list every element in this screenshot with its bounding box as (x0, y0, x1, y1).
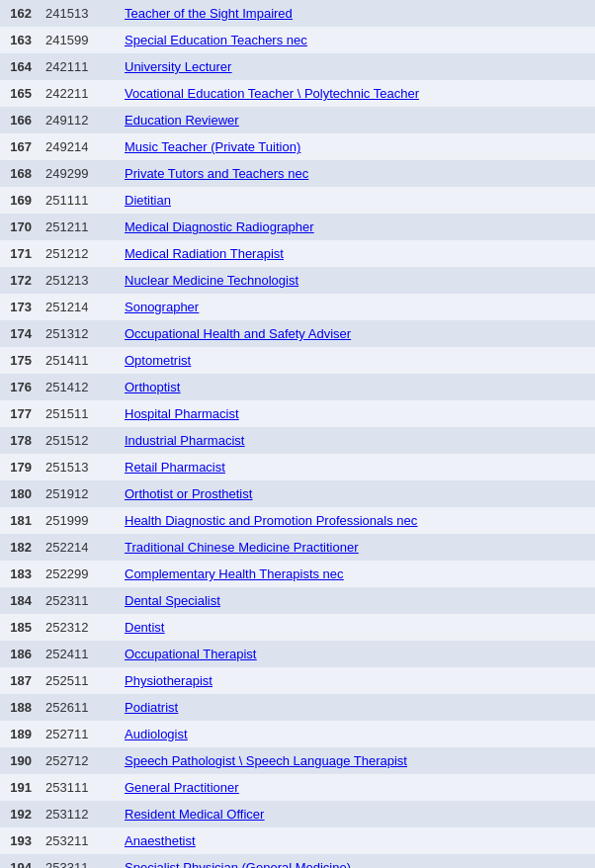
occupation-link[interactable]: Occupational Health and Safety Adviser (125, 326, 351, 341)
occupation-label[interactable]: Occupational Health and Safety Adviser (119, 320, 595, 347)
occupation-label[interactable]: General Practitioner (119, 774, 595, 801)
occupation-label[interactable]: Education Reviewer (119, 107, 595, 133)
occupation-link[interactable]: Retail Pharmacist (125, 460, 225, 475)
occupation-label[interactable]: Dentist (119, 614, 595, 641)
row-index: 167 (0, 133, 40, 160)
occupation-label[interactable]: Medical Radiation Therapist (119, 240, 595, 267)
table-row: 174251312Occupational Health and Safety … (0, 320, 595, 347)
row-index: 185 (0, 614, 40, 641)
occupation-label[interactable]: Health Diagnostic and Promotion Professi… (119, 507, 595, 534)
table-row: 190252712Speech Pathologist \ Speech Lan… (0, 747, 595, 774)
occupation-label[interactable]: Medical Diagnostic Radiographer (119, 214, 595, 240)
occupation-label[interactable]: Specialist Physician (General Medicine) (119, 854, 595, 868)
occupation-link[interactable]: Traditional Chinese Medicine Practitione… (125, 540, 359, 555)
occupation-code: 251513 (40, 454, 119, 480)
row-index: 181 (0, 507, 40, 534)
occupation-label[interactable]: Hospital Pharmacist (119, 400, 595, 427)
row-index: 166 (0, 107, 40, 133)
occupation-link[interactable]: Industrial Pharmacist (125, 433, 244, 448)
occupation-label[interactable]: Physiotherapist (119, 667, 595, 694)
occupation-link[interactable]: Orthotist or Prosthetist (125, 486, 252, 501)
occupation-code: 242111 (40, 53, 119, 80)
occupation-link[interactable]: Education Reviewer (125, 113, 239, 128)
occupation-label[interactable]: Teacher of the Sight Impaired (119, 0, 595, 27)
occupation-link[interactable]: Hospital Pharmacist (125, 406, 239, 421)
occupation-link[interactable]: Vocational Education Teacher \ Polytechn… (125, 86, 419, 101)
row-index: 188 (0, 694, 40, 721)
occupation-link[interactable]: Physiotherapist (125, 673, 212, 688)
occupation-link[interactable]: Podiatrist (125, 700, 178, 715)
occupation-table: 162241513Teacher of the Sight Impaired16… (0, 0, 595, 868)
occupation-link[interactable]: Orthoptist (125, 380, 180, 394)
occupation-code: 251411 (40, 347, 119, 374)
occupation-code: 241599 (40, 27, 119, 53)
occupation-code: 251412 (40, 374, 119, 400)
occupation-label[interactable]: Nuclear Medicine Technologist (119, 267, 595, 294)
occupation-label[interactable]: Industrial Pharmacist (119, 427, 595, 454)
occupation-link[interactable]: Dental Specialist (125, 593, 220, 608)
occupation-code: 249112 (40, 107, 119, 133)
occupation-label[interactable]: Traditional Chinese Medicine Practitione… (119, 534, 595, 561)
row-index: 190 (0, 747, 40, 774)
row-index: 179 (0, 454, 40, 480)
occupation-label[interactable]: University Lecturer (119, 53, 595, 80)
occupation-label[interactable]: Sonographer (119, 294, 595, 320)
occupation-label[interactable]: Optometrist (119, 347, 595, 374)
occupation-link[interactable]: Resident Medical Officer (125, 807, 264, 822)
occupation-label[interactable]: Retail Pharmacist (119, 454, 595, 480)
occupation-link[interactable]: Audiologist (125, 727, 188, 741)
row-index: 170 (0, 214, 40, 240)
occupation-link[interactable]: Health Diagnostic and Promotion Professi… (125, 513, 417, 528)
occupation-link[interactable]: Special Education Teachers nec (125, 33, 307, 47)
occupation-label[interactable]: Special Education Teachers nec (119, 27, 595, 53)
occupation-label[interactable]: Private Tutors and Teachers nec (119, 160, 595, 187)
table-row: 185252312Dentist (0, 614, 595, 641)
occupation-code: 252214 (40, 534, 119, 561)
occupation-link[interactable]: Specialist Physician (General Medicine) (125, 860, 351, 868)
table-row: 177251511Hospital Pharmacist (0, 400, 595, 427)
occupation-link[interactable]: Dietitian (125, 193, 171, 208)
occupation-link[interactable]: Sonographer (125, 300, 199, 314)
table-row: 189252711Audiologist (0, 721, 595, 747)
occupation-label[interactable]: Anaesthetist (119, 827, 595, 854)
occupation-label[interactable]: Podiatrist (119, 694, 595, 721)
occupation-label[interactable]: Dental Specialist (119, 587, 595, 614)
occupation-link[interactable]: Nuclear Medicine Technologist (125, 273, 298, 288)
occupation-link[interactable]: Medical Radiation Therapist (125, 246, 284, 261)
occupation-link[interactable]: Music Teacher (Private Tuition) (125, 139, 300, 154)
occupation-label[interactable]: Music Teacher (Private Tuition) (119, 133, 595, 160)
row-index: 184 (0, 587, 40, 614)
occupation-link[interactable]: Teacher of the Sight Impaired (125, 6, 293, 21)
occupation-link[interactable]: Private Tutors and Teachers nec (125, 166, 308, 181)
occupation-link[interactable]: Anaesthetist (125, 833, 196, 848)
occupation-label[interactable]: Dietitian (119, 187, 595, 214)
occupation-link[interactable]: Speech Pathologist \ Speech Language The… (125, 753, 407, 768)
occupation-link[interactable]: Medical Diagnostic Radiographer (125, 219, 314, 234)
table-row: 191253111General Practitioner (0, 774, 595, 801)
occupation-label[interactable]: Resident Medical Officer (119, 801, 595, 827)
occupation-label[interactable]: Occupational Therapist (119, 641, 595, 667)
occupation-label[interactable]: Speech Pathologist \ Speech Language The… (119, 747, 595, 774)
occupation-link[interactable]: Complementary Health Therapists nec (125, 566, 344, 581)
occupation-link[interactable]: University Lecturer (125, 59, 231, 74)
row-index: 192 (0, 801, 40, 827)
occupation-link[interactable]: Occupational Therapist (125, 647, 256, 661)
table-row: 163241599Special Education Teachers nec (0, 27, 595, 53)
occupation-label[interactable]: Orthotist or Prosthetist (119, 480, 595, 507)
row-index: 175 (0, 347, 40, 374)
occupation-code: 249214 (40, 133, 119, 160)
occupation-label[interactable]: Audiologist (119, 721, 595, 747)
occupation-link[interactable]: Dentist (125, 620, 164, 635)
occupation-code: 251999 (40, 507, 119, 534)
table-row: 178251512Industrial Pharmacist (0, 427, 595, 454)
occupation-code: 251511 (40, 400, 119, 427)
occupation-link[interactable]: Optometrist (125, 353, 191, 368)
occupation-link[interactable]: General Practitioner (125, 780, 239, 795)
row-index: 176 (0, 374, 40, 400)
table-row: 193253211Anaesthetist (0, 827, 595, 854)
occupation-label[interactable]: Complementary Health Therapists nec (119, 561, 595, 587)
occupation-label[interactable]: Orthoptist (119, 374, 595, 400)
occupation-code: 251211 (40, 214, 119, 240)
occupation-code: 251213 (40, 267, 119, 294)
occupation-label[interactable]: Vocational Education Teacher \ Polytechn… (119, 80, 595, 107)
